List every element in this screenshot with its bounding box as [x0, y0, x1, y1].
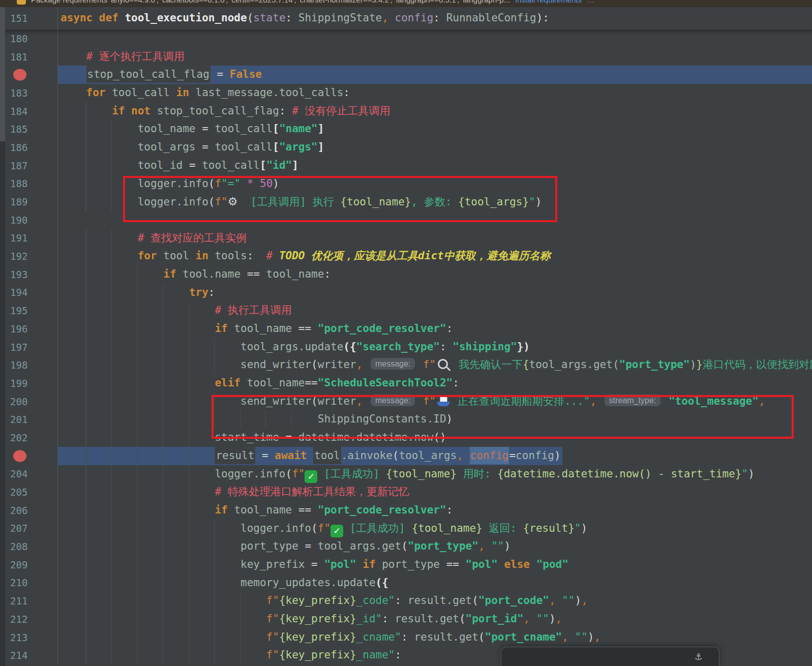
- code-text[interactable]: f"{key_prefix}_code": result.get("port_c…: [58, 592, 812, 610]
- code-text[interactable]: tool_args.update({"search_type": "shippi…: [58, 338, 812, 356]
- code-text[interactable]: if not stop_tool_call_flag: # 没有停止工具调用: [58, 102, 812, 120]
- gutter[interactable]: 181: [0, 48, 58, 66]
- code-text[interactable]: if tool.name == tool_name:: [58, 265, 812, 284]
- gutter[interactable]: 183: [0, 84, 58, 102]
- line-number[interactable]: 186: [10, 142, 27, 153]
- breakpoint-dot[interactable]: [13, 69, 26, 81]
- code-text[interactable]: tool_name = tool_call["name"]: [58, 120, 812, 138]
- gutter[interactable]: 197: [0, 338, 58, 356]
- line-number[interactable]: 208: [10, 541, 27, 552]
- code-text[interactable]: for tool_call in last_message.tool_calls…: [58, 84, 812, 102]
- code-text[interactable]: tool_id = tool_call["id"]: [58, 157, 812, 175]
- gutter[interactable]: 192: [0, 247, 58, 265]
- line-number[interactable]: 192: [10, 251, 27, 262]
- gutter[interactable]: 195: [0, 301, 58, 320]
- gutter[interactable]: [0, 447, 58, 465]
- gutter[interactable]: [0, 66, 58, 84]
- line-number[interactable]: 211: [10, 595, 27, 607]
- gutter[interactable]: 184: [0, 102, 58, 120]
- line-number[interactable]: 183: [10, 87, 27, 99]
- line-number[interactable]: 188: [10, 178, 27, 189]
- gutter[interactable]: 180: [0, 29, 58, 48]
- line-number[interactable]: 180: [10, 33, 27, 44]
- gutter[interactable]: 206: [0, 501, 58, 520]
- gutter[interactable]: 151: [0, 7, 58, 29]
- line-number[interactable]: 202: [10, 432, 27, 443]
- code-text[interactable]: [58, 211, 812, 229]
- gutter[interactable]: 198: [0, 356, 58, 374]
- line-number[interactable]: 187: [10, 160, 27, 171]
- line-number[interactable]: 205: [10, 487, 27, 498]
- line-number[interactable]: 151: [10, 13, 27, 24]
- line-number[interactable]: 199: [10, 378, 27, 389]
- line-number[interactable]: 197: [10, 342, 27, 353]
- gutter[interactable]: 204: [0, 465, 58, 483]
- gutter[interactable]: 201: [0, 410, 58, 429]
- gutter[interactable]: 193: [0, 265, 58, 284]
- line-number[interactable]: 210: [10, 577, 27, 588]
- line-number[interactable]: 181: [10, 51, 27, 63]
- code-text[interactable]: if tool_name == "port_code_resolver":: [58, 501, 812, 520]
- code-text[interactable]: for tool in tools: # TODO 优化项，应该是从工具dict…: [58, 247, 812, 265]
- line-number[interactable]: 193: [10, 269, 27, 280]
- code-text[interactable]: ShippingConstants.ID): [58, 410, 812, 429]
- code-text[interactable]: # 特殊处理港口解析工具结果，更新记忆: [58, 483, 812, 501]
- code-text[interactable]: logger.info(f"✓ [工具成功] {tool_name} 用时: {…: [58, 465, 812, 483]
- code-text[interactable]: # 逐个执行工具调用: [58, 48, 812, 66]
- code-text[interactable]: key_prefix = "pol" if port_type == "pol"…: [58, 556, 812, 574]
- code-text[interactable]: memory_updates.update({: [58, 574, 812, 592]
- code-text[interactable]: logger.info(f"=" * 50): [58, 175, 812, 193]
- line-number[interactable]: 204: [10, 468, 27, 479]
- code-text[interactable]: send_writer(writer, message: f" 我先确认一下{t…: [58, 356, 812, 374]
- gutter[interactable]: 196: [0, 320, 58, 338]
- line-number[interactable]: 207: [10, 523, 27, 534]
- code-text[interactable]: send_writer(writer, message: f" 正在查询近期船期…: [58, 392, 812, 411]
- code-text[interactable]: start_time = datetime.datetime.now(): [58, 429, 812, 447]
- code-text[interactable]: # 查找对应的工具实例: [58, 229, 812, 248]
- gutter[interactable]: 185: [0, 120, 58, 138]
- line-number[interactable]: 213: [10, 632, 27, 643]
- install-requirements-link[interactable]: Install requirements: [515, 0, 582, 4]
- code-text[interactable]: [58, 29, 812, 48]
- line-number[interactable]: 190: [10, 215, 27, 226]
- left-scrollbar-thumb[interactable]: [0, 7, 5, 141]
- gutter[interactable]: 190: [0, 211, 58, 229]
- gutter[interactable]: 187: [0, 157, 58, 175]
- code-text[interactable]: tool_args = tool_call["args"]: [58, 138, 812, 157]
- code-text[interactable]: if tool_name == "port_code_resolver":: [58, 320, 812, 338]
- code-text[interactable]: try:: [58, 284, 812, 302]
- line-number[interactable]: 185: [10, 124, 27, 135]
- gutter[interactable]: 214: [0, 646, 58, 664]
- code-text[interactable]: f"{key_prefix}_cname": result.get("port_…: [58, 628, 812, 647]
- sticky-code-line[interactable]: async def tool_execution_node(state: Shi…: [58, 7, 812, 29]
- line-number[interactable]: 214: [10, 650, 27, 661]
- gutter[interactable]: 191: [0, 229, 58, 248]
- code-text[interactable]: # 执行工具调用: [58, 301, 812, 320]
- code-text[interactable]: result = await tool.ainvoke(tool_args, c…: [58, 447, 812, 465]
- gutter[interactable]: 188: [0, 175, 58, 193]
- line-number[interactable]: 212: [10, 614, 27, 625]
- line-number[interactable]: 194: [10, 287, 27, 298]
- gutter[interactable]: 202: [0, 429, 58, 447]
- gutter[interactable]: 210: [0, 574, 58, 592]
- line-number[interactable]: 196: [10, 323, 27, 335]
- line-number[interactable]: 209: [10, 559, 27, 570]
- line-number[interactable]: 195: [10, 305, 27, 316]
- gutter[interactable]: 212: [0, 610, 58, 628]
- gutter[interactable]: 200: [0, 392, 58, 411]
- gutter[interactable]: 194: [0, 284, 58, 302]
- line-number[interactable]: 184: [10, 106, 27, 117]
- line-number[interactable]: 200: [10, 396, 27, 407]
- line-number[interactable]: 198: [10, 359, 27, 371]
- line-number[interactable]: 189: [10, 196, 27, 207]
- gutter[interactable]: 207: [0, 520, 58, 538]
- code-text[interactable]: elif tool_name=="ScheduleSearchTool2":: [58, 374, 812, 392]
- gutter[interactable]: 186: [0, 138, 58, 157]
- code-text[interactable]: stop_tool_call_flag = False: [58, 66, 812, 84]
- line-number[interactable]: 206: [10, 505, 27, 516]
- gutter[interactable]: 208: [0, 537, 58, 556]
- code-text[interactable]: port_type = tool_args.get("port_type", "…: [58, 537, 812, 556]
- code-text[interactable]: f"{key_prefix}_id": result.get("port_id"…: [58, 610, 812, 628]
- line-number[interactable]: 201: [10, 414, 27, 425]
- gutter[interactable]: 199: [0, 374, 58, 392]
